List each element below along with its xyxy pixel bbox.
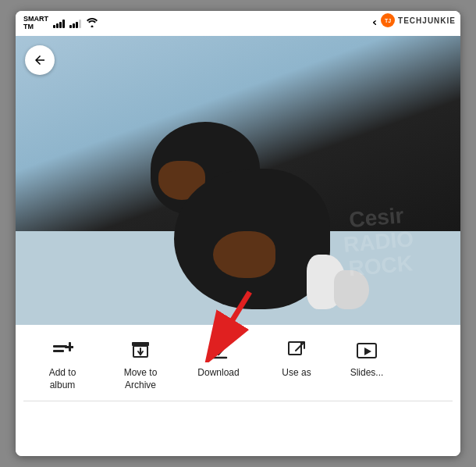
dog-illustration: [151, 106, 369, 309]
signal-bars-1: [53, 19, 65, 28]
svg-rect-5: [65, 346, 73, 348]
toolbar-item-slideshow[interactable]: Slides...: [336, 337, 398, 380]
slideshow-label: Slides...: [350, 367, 384, 380]
back-arrow-icon: [33, 53, 47, 67]
use-as-label: Use as: [282, 367, 311, 380]
svg-rect-3: [53, 350, 64, 352]
phone-frame: TJ TECHJUNKIE SMART TM: [16, 11, 460, 456]
techjunkie-text: TECHJUNKIE: [398, 16, 456, 25]
red-arrow: [203, 284, 265, 362]
techjunkie-badge: TJ TECHJUNKIE: [376, 11, 460, 30]
signal-bars-2: [69, 19, 81, 28]
use-as-icon: [286, 337, 307, 362]
dog-brown-patch: [213, 231, 275, 278]
move-to-archive-label: Move toArchive: [124, 367, 158, 391]
techjunkie-icon: TJ: [381, 13, 395, 27]
add-to-album-icon: [52, 337, 73, 362]
download-label: Download: [197, 367, 239, 380]
add-to-album-label: Add toalbum: [49, 367, 76, 391]
toolbar-item-add-to-album[interactable]: Add toalbum: [23, 337, 101, 391]
dog-paw-2: [334, 270, 369, 309]
back-button[interactable]: [25, 45, 55, 75]
move-to-archive-icon: [130, 337, 151, 362]
svg-rect-10: [289, 342, 301, 355]
svg-line-1: [218, 292, 250, 343]
carrier-text: SMART TM: [23, 16, 48, 31]
toolbar-divider: [23, 401, 453, 401]
wifi-icon: [86, 17, 98, 30]
svg-line-11: [296, 343, 304, 351]
toolbar-item-use-as[interactable]: Use as: [258, 337, 336, 380]
photo-area: Cesir RADIO ROCK: [16, 36, 460, 325]
toolbar-item-move-to-archive[interactable]: Move toArchive: [101, 337, 179, 391]
slideshow-icon: [356, 337, 378, 362]
